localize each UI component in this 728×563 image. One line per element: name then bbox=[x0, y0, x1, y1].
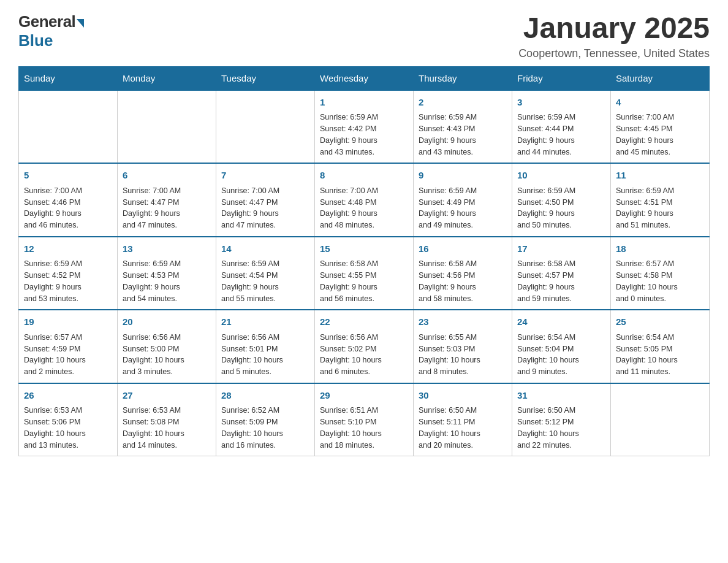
day-info: Sunrise: 6:50 AMSunset: 5:12 PMDaylight:… bbox=[517, 405, 605, 451]
calendar-cell-5-1: 26Sunrise: 6:53 AMSunset: 5:06 PMDayligh… bbox=[19, 383, 118, 456]
calendar-cell-4-6: 24Sunrise: 6:54 AMSunset: 5:04 PMDayligh… bbox=[512, 310, 611, 383]
day-number: 15 bbox=[320, 242, 408, 256]
calendar-cell-4-1: 19Sunrise: 6:57 AMSunset: 4:59 PMDayligh… bbox=[19, 310, 118, 383]
calendar-cell-1-6: 3Sunrise: 6:59 AMSunset: 4:44 PMDaylight… bbox=[512, 90, 611, 164]
day-number: 28 bbox=[221, 389, 309, 403]
day-number: 18 bbox=[616, 242, 704, 256]
calendar-week-2: 5Sunrise: 7:00 AMSunset: 4:46 PMDaylight… bbox=[19, 163, 710, 237]
calendar-cell-5-6: 31Sunrise: 6:50 AMSunset: 5:12 PMDayligh… bbox=[512, 383, 611, 456]
calendar-cell-2-2: 6Sunrise: 7:00 AMSunset: 4:47 PMDaylight… bbox=[118, 163, 216, 237]
day-info: Sunrise: 7:00 AMSunset: 4:48 PMDaylight:… bbox=[320, 185, 408, 231]
day-number: 9 bbox=[419, 169, 507, 183]
day-info: Sunrise: 7:00 AMSunset: 4:45 PMDaylight:… bbox=[616, 112, 704, 158]
day-number: 10 bbox=[517, 169, 605, 183]
day-number: 31 bbox=[517, 389, 605, 403]
calendar-header-friday: Friday bbox=[512, 66, 611, 90]
day-number: 14 bbox=[221, 242, 309, 256]
day-info: Sunrise: 6:56 AMSunset: 5:02 PMDaylight:… bbox=[320, 332, 408, 378]
day-number: 6 bbox=[123, 169, 211, 183]
day-number: 13 bbox=[123, 242, 211, 256]
day-info: Sunrise: 6:54 AMSunset: 5:05 PMDaylight:… bbox=[616, 332, 704, 378]
day-info: Sunrise: 6:59 AMSunset: 4:53 PMDaylight:… bbox=[123, 258, 211, 304]
day-number: 11 bbox=[616, 169, 704, 183]
calendar-header-sunday: Sunday bbox=[19, 66, 118, 90]
calendar-week-3: 12Sunrise: 6:59 AMSunset: 4:52 PMDayligh… bbox=[19, 237, 710, 310]
calendar-cell-1-4: 1Sunrise: 6:59 AMSunset: 4:42 PMDaylight… bbox=[315, 90, 414, 164]
day-number: 12 bbox=[24, 242, 112, 256]
calendar-cell-2-3: 7Sunrise: 7:00 AMSunset: 4:47 PMDaylight… bbox=[216, 163, 315, 237]
day-number: 16 bbox=[419, 242, 507, 256]
calendar-week-4: 19Sunrise: 6:57 AMSunset: 4:59 PMDayligh… bbox=[19, 310, 710, 383]
calendar-cell-4-5: 23Sunrise: 6:55 AMSunset: 5:03 PMDayligh… bbox=[414, 310, 512, 383]
day-info: Sunrise: 6:53 AMSunset: 5:06 PMDaylight:… bbox=[24, 405, 112, 451]
day-info: Sunrise: 6:55 AMSunset: 5:03 PMDaylight:… bbox=[419, 332, 507, 378]
day-info: Sunrise: 6:58 AMSunset: 4:56 PMDaylight:… bbox=[419, 258, 507, 304]
day-number: 7 bbox=[221, 169, 309, 183]
day-number: 19 bbox=[24, 315, 112, 329]
calendar-cell-1-2 bbox=[118, 90, 216, 164]
calendar-cell-1-3 bbox=[216, 90, 315, 164]
day-info: Sunrise: 6:59 AMSunset: 4:54 PMDaylight:… bbox=[221, 258, 309, 304]
day-number: 23 bbox=[419, 315, 507, 329]
day-info: Sunrise: 6:58 AMSunset: 4:55 PMDaylight:… bbox=[320, 258, 408, 304]
calendar-cell-3-6: 17Sunrise: 6:58 AMSunset: 4:57 PMDayligh… bbox=[512, 237, 611, 310]
calendar-cell-2-7: 11Sunrise: 6:59 AMSunset: 4:51 PMDayligh… bbox=[611, 163, 710, 237]
day-info: Sunrise: 6:59 AMSunset: 4:42 PMDaylight:… bbox=[320, 112, 408, 158]
calendar-cell-1-5: 2Sunrise: 6:59 AMSunset: 4:43 PMDaylight… bbox=[414, 90, 512, 164]
month-title: January 2025 bbox=[518, 12, 710, 45]
calendar-header-saturday: Saturday bbox=[611, 66, 710, 90]
day-info: Sunrise: 6:54 AMSunset: 5:04 PMDaylight:… bbox=[517, 332, 605, 378]
calendar-cell-2-6: 10Sunrise: 6:59 AMSunset: 4:50 PMDayligh… bbox=[512, 163, 611, 237]
day-info: Sunrise: 7:00 AMSunset: 4:47 PMDaylight:… bbox=[221, 185, 309, 231]
calendar-cell-2-4: 8Sunrise: 7:00 AMSunset: 4:48 PMDaylight… bbox=[315, 163, 414, 237]
day-info: Sunrise: 6:59 AMSunset: 4:43 PMDaylight:… bbox=[419, 112, 507, 158]
calendar-header-row: SundayMondayTuesdayWednesdayThursdayFrid… bbox=[19, 66, 710, 90]
calendar-cell-5-7 bbox=[611, 383, 710, 456]
calendar-cell-5-5: 30Sunrise: 6:50 AMSunset: 5:11 PMDayligh… bbox=[414, 383, 512, 456]
logo: General Blue bbox=[18, 12, 84, 50]
day-info: Sunrise: 7:00 AMSunset: 4:46 PMDaylight:… bbox=[24, 185, 112, 231]
calendar-cell-3-4: 15Sunrise: 6:58 AMSunset: 4:55 PMDayligh… bbox=[315, 237, 414, 310]
day-number: 21 bbox=[221, 315, 309, 329]
day-number: 29 bbox=[320, 389, 408, 403]
day-info: Sunrise: 6:59 AMSunset: 4:49 PMDaylight:… bbox=[419, 185, 507, 231]
day-number: 26 bbox=[24, 389, 112, 403]
day-info: Sunrise: 6:56 AMSunset: 5:00 PMDaylight:… bbox=[123, 332, 211, 378]
calendar-cell-1-7: 4Sunrise: 7:00 AMSunset: 4:45 PMDaylight… bbox=[611, 90, 710, 164]
day-number: 4 bbox=[616, 96, 704, 110]
day-number: 27 bbox=[123, 389, 211, 403]
calendar-cell-5-4: 29Sunrise: 6:51 AMSunset: 5:10 PMDayligh… bbox=[315, 383, 414, 456]
day-number: 22 bbox=[320, 315, 408, 329]
day-info: Sunrise: 6:58 AMSunset: 4:57 PMDaylight:… bbox=[517, 258, 605, 304]
day-info: Sunrise: 7:00 AMSunset: 4:47 PMDaylight:… bbox=[123, 185, 211, 231]
day-info: Sunrise: 6:59 AMSunset: 4:51 PMDaylight:… bbox=[616, 185, 704, 231]
calendar-cell-4-3: 21Sunrise: 6:56 AMSunset: 5:01 PMDayligh… bbox=[216, 310, 315, 383]
title-section: January 2025 Coopertown, Tennessee, Unit… bbox=[518, 12, 710, 60]
day-info: Sunrise: 6:51 AMSunset: 5:10 PMDaylight:… bbox=[320, 405, 408, 451]
calendar-cell-4-4: 22Sunrise: 6:56 AMSunset: 5:02 PMDayligh… bbox=[315, 310, 414, 383]
calendar-cell-4-2: 20Sunrise: 6:56 AMSunset: 5:00 PMDayligh… bbox=[118, 310, 216, 383]
day-number: 8 bbox=[320, 169, 408, 183]
logo-arrow-icon bbox=[77, 19, 84, 28]
day-info: Sunrise: 6:59 AMSunset: 4:50 PMDaylight:… bbox=[517, 185, 605, 231]
day-number: 24 bbox=[517, 315, 605, 329]
day-number: 30 bbox=[419, 389, 507, 403]
day-info: Sunrise: 6:50 AMSunset: 5:11 PMDaylight:… bbox=[419, 405, 507, 451]
calendar-header-wednesday: Wednesday bbox=[315, 66, 414, 90]
logo-blue-text: Blue bbox=[18, 31, 53, 50]
calendar-cell-3-7: 18Sunrise: 6:57 AMSunset: 4:58 PMDayligh… bbox=[611, 237, 710, 310]
calendar-cell-4-7: 25Sunrise: 6:54 AMSunset: 5:05 PMDayligh… bbox=[611, 310, 710, 383]
day-info: Sunrise: 6:57 AMSunset: 4:59 PMDaylight:… bbox=[24, 332, 112, 378]
day-info: Sunrise: 6:59 AMSunset: 4:44 PMDaylight:… bbox=[517, 112, 605, 158]
calendar-table: SundayMondayTuesdayWednesdayThursdayFrid… bbox=[18, 66, 710, 457]
calendar-cell-5-2: 27Sunrise: 6:53 AMSunset: 5:08 PMDayligh… bbox=[118, 383, 216, 456]
day-number: 20 bbox=[123, 315, 211, 329]
day-info: Sunrise: 6:56 AMSunset: 5:01 PMDaylight:… bbox=[221, 332, 309, 378]
logo-general-text: General bbox=[18, 12, 75, 31]
day-info: Sunrise: 6:57 AMSunset: 4:58 PMDaylight:… bbox=[616, 258, 704, 304]
calendar-cell-3-5: 16Sunrise: 6:58 AMSunset: 4:56 PMDayligh… bbox=[414, 237, 512, 310]
calendar-cell-1-1 bbox=[19, 90, 118, 164]
day-number: 3 bbox=[517, 96, 605, 110]
calendar-week-1: 1Sunrise: 6:59 AMSunset: 4:42 PMDaylight… bbox=[19, 90, 710, 164]
day-info: Sunrise: 6:53 AMSunset: 5:08 PMDaylight:… bbox=[123, 405, 211, 451]
